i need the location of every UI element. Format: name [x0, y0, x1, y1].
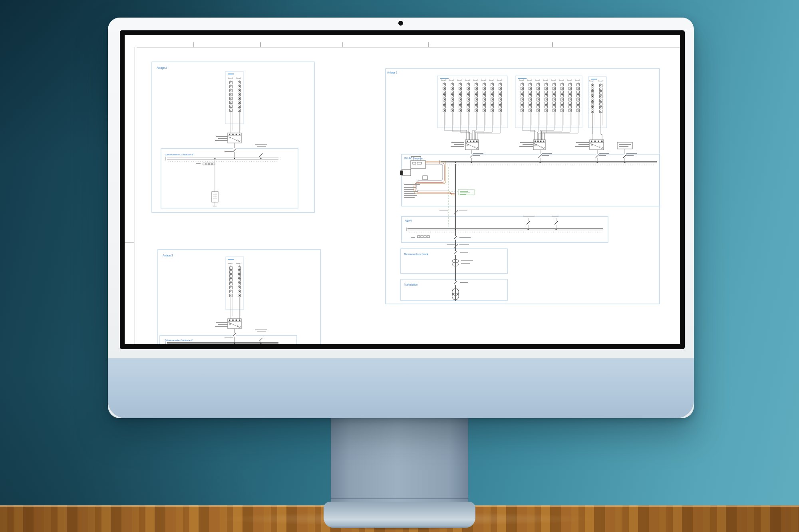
breaker-icon: [454, 236, 457, 240]
string-label: String 3: [457, 79, 462, 81]
pv-string: String 4: [543, 79, 548, 128]
micro-text: [619, 144, 631, 145]
anlage-2-label: Anlage 2: [157, 66, 167, 69]
micro-text: [523, 144, 533, 145]
datalogger-box[interactable]: [617, 142, 632, 162]
pv-string: String 4: [465, 79, 470, 128]
micro-text: [411, 156, 421, 157]
anlage1-group1-strings[interactable]: String 1String 2String 3String 4String 5…: [441, 79, 502, 140]
micro-text: [461, 263, 470, 264]
string-label: String 6: [481, 79, 486, 81]
string-label: String 5: [473, 79, 478, 81]
monitor-chin: [108, 358, 694, 418]
pv-string: String 1: [441, 79, 446, 128]
pv-string: String 1: [589, 80, 594, 128]
micro-text: [225, 337, 233, 337]
micro-text: [257, 332, 266, 332]
junction-dot: [539, 161, 541, 163]
micro-text: [473, 153, 483, 154]
pv-string: String 7: [489, 79, 494, 128]
pv-string: String 3: [535, 79, 540, 128]
string-label: String 6: [559, 79, 564, 81]
anlage-1-string-box-2[interactable]: [515, 76, 582, 128]
micro-text-blue: [591, 79, 597, 79]
pv-ac-sammler[interactable]: PV-AC Sammler: [400, 154, 659, 226]
anlage1-group3-strings[interactable]: String 1String 2: [589, 80, 602, 140]
micro-text-green: [460, 193, 470, 193]
junction-dot: [471, 161, 472, 163]
schematic-canvas[interactable]: Anlage 2 Zählerverteiler Gebäude B Anlag…: [125, 35, 680, 344]
pv-string: String 2: [449, 79, 454, 128]
micro-text: [439, 210, 448, 210]
junction-dot: [624, 161, 625, 163]
micro-text-blue: [228, 259, 234, 260]
trafostation-section[interactable]: Trafostation: [401, 279, 507, 301]
string-label: String 2: [449, 79, 454, 81]
breaker-icon: [555, 221, 558, 225]
pv-string: String 5: [551, 79, 556, 128]
micro-text: [404, 187, 416, 188]
monitor-stand-neck: [331, 415, 468, 508]
micro-text: [404, 189, 414, 190]
busbar: [166, 341, 278, 345]
string-label: String 4: [465, 79, 470, 81]
micro-text: [447, 244, 455, 245]
string-label: String 7: [567, 79, 572, 81]
inverter[interactable]: [228, 319, 241, 329]
inverter[interactable]: [228, 133, 241, 143]
breaker-icon: [623, 154, 626, 158]
micro-text: [523, 216, 535, 216]
micro-text: [454, 144, 464, 145]
micro-text: [404, 184, 420, 185]
micro-text: [218, 138, 228, 139]
anlage2-strings[interactable]: String 1String 2: [228, 77, 241, 133]
webcam-icon: [398, 21, 403, 26]
string-label: String 2: [527, 79, 532, 81]
breaker-icon: [527, 221, 530, 225]
string-label: String 4: [543, 79, 548, 81]
inverter[interactable]: [590, 140, 604, 150]
micro-text: [520, 142, 533, 143]
string-label: String 2: [598, 80, 602, 82]
micro-text: [578, 144, 589, 145]
messwandlerschrank-section[interactable]: Messwandlerschrank: [401, 249, 507, 274]
string-label: String 8: [575, 79, 580, 81]
breaker-icon: [454, 251, 457, 255]
string-label: String 3: [535, 79, 540, 81]
anlage3-strings[interactable]: String 1String 2: [228, 263, 241, 319]
micro-text: [519, 146, 533, 147]
breaker-icon: [233, 333, 236, 337]
micro-text: [460, 282, 468, 283]
anlage1-group2-strings[interactable]: String 1String 2String 3String 4String 5…: [519, 79, 580, 140]
micro-text: [542, 155, 549, 156]
anlage-1-string-box-1[interactable]: [437, 76, 507, 128]
micro-text: [459, 210, 467, 210]
micro-text: [213, 198, 217, 199]
inverter[interactable]: [533, 140, 545, 150]
micro-text: [473, 155, 480, 156]
zaehlerverteiler-gebaeude-b[interactable]: Zählerverteiler Gebäude B: [161, 149, 298, 208]
string-label: String 2: [236, 263, 241, 264]
schematic-page[interactable]: Anlage 2 Zählerverteiler Gebäude B Anlag…: [125, 35, 680, 344]
inverter[interactable]: [465, 140, 479, 150]
micro-text: [626, 153, 637, 154]
nshv-section[interactable]: NSHV: [401, 216, 608, 242]
micro-text: [257, 146, 266, 147]
pv-string: String 6: [559, 79, 564, 128]
junction-dot: [234, 158, 235, 159]
zaehlerverteiler-b-label: Zählerverteiler Gebäude B: [165, 153, 193, 156]
breaker-icon: [470, 154, 473, 158]
pv-string: String 2: [236, 77, 241, 133]
pv-string: String 2: [527, 79, 532, 128]
micro-text: [619, 146, 628, 147]
string-label: String 1: [228, 263, 233, 264]
junction-dot: [260, 342, 261, 343]
micro-text: [255, 144, 267, 145]
micro-text: [404, 197, 415, 198]
busbar: [166, 157, 278, 162]
pv-string: String 8: [497, 79, 502, 128]
monitor-stand-foot: [324, 502, 475, 528]
micro-text: [411, 237, 415, 238]
nshv-label: NSHV: [405, 219, 412, 222]
anlage-3-label: Anlage 3: [163, 254, 173, 257]
